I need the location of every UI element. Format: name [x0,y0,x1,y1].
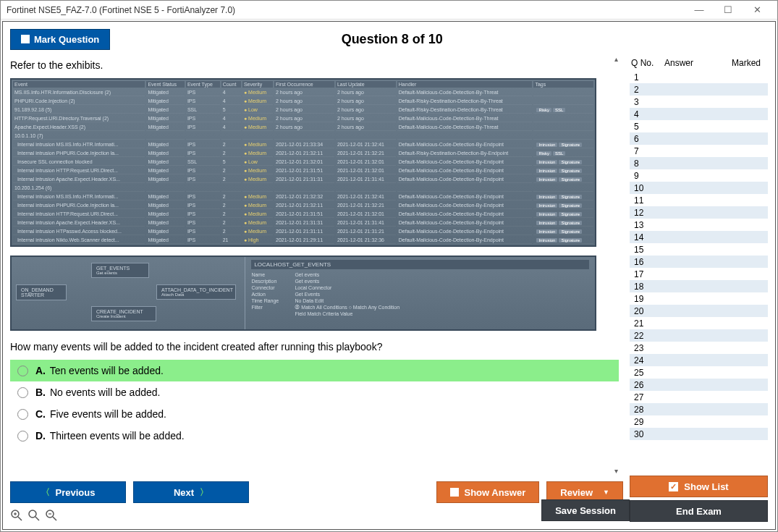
content-scroll[interactable]: ▴ Refer to the exhibits. EventEvent Stat… [10,55,623,476]
question-number: 21 [634,318,663,329]
question-row[interactable]: 18 [630,280,768,292]
right-footer: ✓ Show List [630,470,768,500]
minimize-button[interactable]: — [685,1,714,20]
question-list-pane: Q No. Answer Marked 12345678910111213141… [629,55,768,522]
playbook-node-attach: ATTACH_DATA_TO_INCIDENT Attach Data [156,284,236,300]
question-number: 24 [634,355,663,366]
question-number: 9 [634,171,663,181]
question-number: 4 [634,109,663,119]
next-button[interactable]: Next 〉 [133,481,249,503]
show-answer-label: Show Answer [465,487,526,498]
question-number: 17 [634,269,663,279]
window-controls: — ☐ ✕ [685,1,771,20]
col-answer: Answer [664,58,714,68]
question-row[interactable]: 10 [630,182,768,194]
previous-button[interactable]: 〈 Previous [10,481,126,503]
question-number: 15 [634,245,663,255]
playbook-node-get-events: GET_EVENTS Get events [91,263,149,278]
question-row[interactable]: 21 [630,317,768,329]
zoom-in-icon[interactable] [10,509,23,522]
question-row[interactable]: 25 [630,366,768,379]
question-row[interactable]: 15 [630,243,768,256]
question-row[interactable]: 3 [630,96,768,108]
question-row[interactable]: 7 [630,145,768,157]
option-d[interactable]: D. Thirteen events will be added. [10,425,619,447]
chevron-left-icon: 〈 [41,486,50,499]
question-row[interactable]: 11 [630,194,768,206]
checkbox-icon [21,35,30,43]
zoom-reset-icon[interactable] [28,509,41,522]
end-exam-button[interactable]: End Exam [630,500,768,522]
next-label: Next [174,487,194,498]
save-session-label: Save Session [555,505,616,516]
question-row[interactable]: 9 [630,169,768,182]
option-b[interactable]: B. No events will be added. [10,381,619,403]
radio-icon [17,387,28,398]
question-number: 13 [634,220,663,230]
question-intro: Refer to the exhibits. [10,59,619,71]
question-row[interactable]: 6 [630,132,768,145]
question-list-body[interactable]: 1234567891011121314151617181920212223242… [630,71,768,470]
option-a[interactable]: A. Ten events will be added. [10,360,619,381]
question-row[interactable]: 14 [630,231,768,243]
col-marked: Marked [714,58,766,68]
show-answer-button[interactable]: Show Answer [436,481,540,503]
question-number: 27 [634,392,663,402]
show-list-button[interactable]: ✓ Show List [630,476,768,497]
app-window: Fortinet NSE5_FAZ-7.0 (Fortinet NSE 5 - … [0,0,778,532]
option-text: B. No events will be added. [35,387,160,398]
maximize-button[interactable]: ☐ [714,1,743,20]
question-number: 22 [634,331,663,341]
scroll-down-icon[interactable]: ▾ [614,467,623,476]
svg-point-4 [29,510,36,518]
zoom-controls [10,506,623,522]
checkbox-icon [450,488,459,497]
question-row[interactable]: 1 [630,71,768,83]
question-row[interactable]: 30 [630,428,768,440]
question-row[interactable]: 26 [630,379,768,391]
scroll-up-icon[interactable]: ▴ [614,55,623,64]
question-row[interactable]: 29 [630,415,768,428]
svg-line-5 [35,517,39,520]
question-prompt: How many events will be added to the inc… [10,341,619,352]
playbook-node-create: CREATE_INCIDENT Create Incident [91,306,156,321]
radio-icon [17,409,28,420]
question-row[interactable]: 28 [630,403,768,415]
question-row[interactable]: 24 [630,354,768,366]
question-number: 8 [634,159,663,169]
save-session-button[interactable]: Save Session [541,499,630,521]
header-row: Mark Question Question 8 of 10 [10,26,768,52]
close-button[interactable]: ✕ [743,1,771,20]
question-row[interactable]: 27 [630,391,768,403]
mark-question-label: Mark Question [34,34,99,45]
zoom-out-icon[interactable] [45,509,58,522]
titlebar: Fortinet NSE5_FAZ-7.0 (Fortinet NSE 5 - … [1,1,777,20]
question-number: 1 [634,72,663,83]
question-number: 20 [634,306,663,316]
main-split: ▴ Refer to the exhibits. EventEvent Stat… [10,55,768,522]
question-row[interactable]: 8 [630,157,768,169]
show-list-label: Show List [684,481,728,492]
question-row[interactable]: 12 [630,206,768,219]
question-counter: Question 8 of 10 [110,32,674,47]
question-row[interactable]: 2 [630,83,768,96]
svg-line-1 [18,517,22,520]
question-number: 12 [634,208,663,218]
exhibit-events-table: EventEvent StatusEvent TypeCountSeverity… [10,78,596,247]
question-number: 16 [634,257,663,267]
question-row[interactable]: 17 [630,268,768,280]
question-row[interactable]: 4 [630,108,768,120]
option-text: A. Ten events will be added. [35,365,164,376]
question-row[interactable]: 16 [630,256,768,268]
question-row[interactable]: 23 [630,342,768,354]
question-row[interactable]: 20 [630,305,768,317]
option-c[interactable]: C. Five events will be added. [10,403,619,425]
question-row[interactable]: 5 [630,120,768,132]
question-number: 29 [634,417,663,427]
question-row[interactable]: 13 [630,219,768,231]
playbook-panel-title: LOCALHOST_GET_EVENTS [251,260,589,269]
mark-question-button[interactable]: Mark Question [10,29,110,50]
question-row[interactable]: 19 [630,292,768,305]
question-row[interactable]: 22 [630,329,768,342]
question-list-header: Q No. Answer Marked [630,55,768,71]
